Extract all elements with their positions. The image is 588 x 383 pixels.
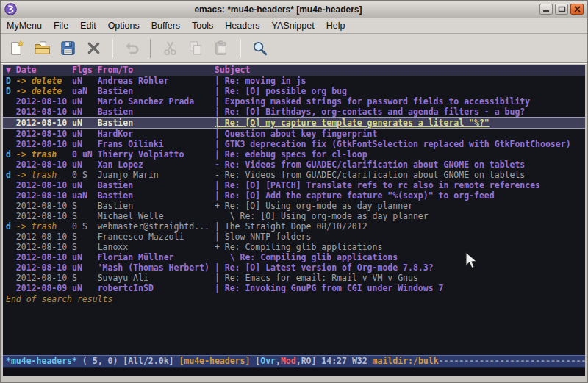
message-flags: S: [72, 242, 98, 252]
menu-options[interactable]: Options: [102, 18, 146, 33]
message-row[interactable]: 2012-08-10 uN Bastien | Re: [O] [PATCH] …: [6, 180, 585, 190]
modeline-segment: ----------------------------------------…: [439, 356, 585, 366]
message-subject: | Question about key fingerprint: [215, 129, 378, 139]
mark-char: [6, 232, 16, 242]
open-file-icon: [34, 40, 51, 57]
cut-button[interactable]: [158, 37, 182, 60]
menu-file[interactable]: File: [48, 18, 74, 33]
message-from: Florian Müllner: [98, 252, 215, 262]
message-date: 2012-08-10: [16, 232, 72, 242]
message-from: Lanoxx: [98, 242, 215, 252]
message-subject: | Re: edebug specs for cl-loop: [215, 149, 368, 160]
message-subject: | Re: [O] Birthdays, org-contacts and ag…: [215, 107, 525, 117]
modeline[interactable]: *mu4e-headers* ( 5, 0) [All/2.0k] [mu4e-…: [3, 355, 585, 368]
message-date: 2012-08-10: [16, 129, 72, 139]
save-button[interactable]: [56, 37, 79, 60]
message-row[interactable]: 2012-08-10 S Suvayu Ali | Re: Emacs for …: [6, 273, 585, 283]
close-win-icon: [573, 4, 581, 15]
modeline-segment: ,: [276, 356, 281, 366]
message-date: 2012-08-10: [16, 118, 72, 128]
message-row[interactable]: 2012-08-10 uN 'Mash (Thomas Herbert) | R…: [6, 262, 585, 273]
message-flags: S: [72, 201, 98, 211]
message-row[interactable]: d -> trash 0 uN Thierry Volpiatto | Re: …: [6, 149, 585, 160]
message-row[interactable]: 2012-08-10 uN Florian Müllner \ Re: Comp…: [6, 252, 585, 262]
message-flags: uaN: [72, 190, 98, 201]
undo-button[interactable]: [120, 37, 143, 60]
modeline-segment: ,RO]: [296, 356, 322, 366]
message-from: Juanjo Marin: [98, 170, 215, 180]
message-subject: | Re: [O] Add the capture feature "%(sex…: [215, 190, 495, 201]
open-file-button[interactable]: [30, 37, 54, 60]
menu-edit[interactable]: Edit: [74, 18, 102, 33]
mark-char: [6, 107, 16, 117]
message-from: Michael Welle: [98, 211, 215, 221]
toolbar: [1, 34, 587, 63]
minimize-window-button[interactable]: [539, 4, 553, 15]
message-subject: \ Re: Compiling glib applications: [215, 252, 398, 262]
message-from: robertcInSD: [98, 283, 215, 293]
menu-help[interactable]: Help: [320, 18, 351, 33]
message-flags: uN: [72, 107, 98, 117]
message-row[interactable]: 2012-08-09 uN robertcInSD | Re: Invoking…: [6, 283, 585, 293]
menu-buffers[interactable]: Buffers: [146, 18, 186, 33]
menu-yasnippet[interactable]: YASnippet: [266, 18, 320, 33]
search-button[interactable]: [248, 37, 271, 60]
menu-headers[interactable]: Headers: [219, 18, 265, 33]
new-file-icon: [8, 40, 25, 57]
mark-action: -> delete: [16, 86, 72, 96]
message-flags: uN: [72, 252, 98, 262]
modeline-segment: *mu4e-headers*: [6, 356, 77, 366]
mark-char: D: [6, 86, 16, 96]
copy-icon: [187, 40, 204, 57]
message-from: HardKor: [98, 129, 215, 139]
modeline-segment: maildir:/bulk: [373, 356, 439, 366]
message-row[interactable]: 2012-08-10 uaN Bastien | Re: [O] Add the…: [6, 190, 585, 201]
paste-button[interactable]: [209, 37, 233, 60]
maximize-window-button[interactable]: [555, 4, 568, 15]
mark-action: -> trash: [16, 149, 72, 160]
message-row[interactable]: 2012-08-10 uN Xan Lopez - Re: Videos fro…: [6, 160, 585, 170]
message-row[interactable]: 2012-08-10 S Lanoxx + Re: Compiling glib…: [6, 242, 585, 252]
message-flags: S: [72, 273, 98, 283]
menu-mymenu[interactable]: MyMenu: [1, 18, 48, 33]
close-button[interactable]: [82, 37, 105, 60]
message-flags: uN: [72, 180, 98, 190]
echo-area[interactable]: [3, 368, 585, 376]
message-row[interactable]: 2012-08-10 uN Bastien | Re: [O] my captu…: [3, 117, 585, 129]
header-line[interactable]: ▼ Date Flgs From/To Subject: [3, 65, 585, 76]
message-row[interactable]: 2012-08-10 S Michael Welle \ Re: [O] Usi…: [6, 211, 585, 221]
message-row[interactable]: 2012-08-10 uN HardKor | Question about k…: [6, 129, 585, 139]
message-row[interactable]: D -> delete uaN Bastien | Re: [O] possib…: [6, 86, 585, 96]
message-row[interactable]: 2012-08-10 uN Bastien | Re: [O] Birthday…: [6, 107, 585, 117]
message-subject: | Re: Invoking GnuPG from CGI under Wind…: [215, 283, 444, 293]
message-from: Bastien: [98, 107, 215, 117]
modeline-segment: ( 5, 0) [All/2.0k]: [77, 356, 179, 366]
message-from: Bastien: [98, 86, 215, 96]
message-date: 2012-08-10: [16, 201, 72, 211]
toolbar-separator: [150, 39, 151, 58]
message-row[interactable]: D -> delete uN Andreas Röhler | Re: movi…: [6, 76, 585, 86]
message-row[interactable]: d -> trash 0 S webmaster@straightd... | …: [6, 221, 585, 232]
message-row[interactable]: 2012-08-10 uN Mario Sanchez Prada | Expo…: [6, 96, 585, 107]
modeline-segment: Mod: [281, 356, 296, 366]
titlebar: emacs: *mu4e-headers* [mu4e-headers]: [1, 1, 587, 18]
message-from: Xan Lopez: [98, 160, 215, 170]
copy-button[interactable]: [184, 37, 207, 60]
menu-tools[interactable]: Tools: [186, 18, 219, 33]
paste-icon: [213, 40, 230, 57]
message-subject: + Re: [O] Using org-mode as day planner: [215, 201, 413, 211]
message-flags: uN: [72, 139, 98, 149]
message-subject: | Slow NNTP folders: [215, 232, 312, 242]
mark-char: [6, 273, 16, 283]
mark-action: -> trash: [16, 221, 72, 232]
message-flags: uN: [72, 118, 98, 128]
message-row[interactable]: d -> trash 0 S Juanjo Marin - Re: Videos…: [6, 170, 585, 180]
message-row[interactable]: 2012-08-10 S Bastien + Re: [O] Using org…: [6, 201, 585, 211]
toolbar-separator: [112, 39, 113, 58]
new-file-button[interactable]: [4, 37, 28, 60]
toolbar-separator: [240, 39, 241, 58]
message-row[interactable]: 2012-08-10 S Francesco Mazzoli | Slow NN…: [6, 232, 585, 242]
message-row[interactable]: 2012-08-10 uN Frans Oilinki | GTK3 depre…: [6, 139, 585, 149]
close-window-button[interactable]: [570, 4, 584, 15]
message-from: Bastien: [98, 190, 215, 201]
